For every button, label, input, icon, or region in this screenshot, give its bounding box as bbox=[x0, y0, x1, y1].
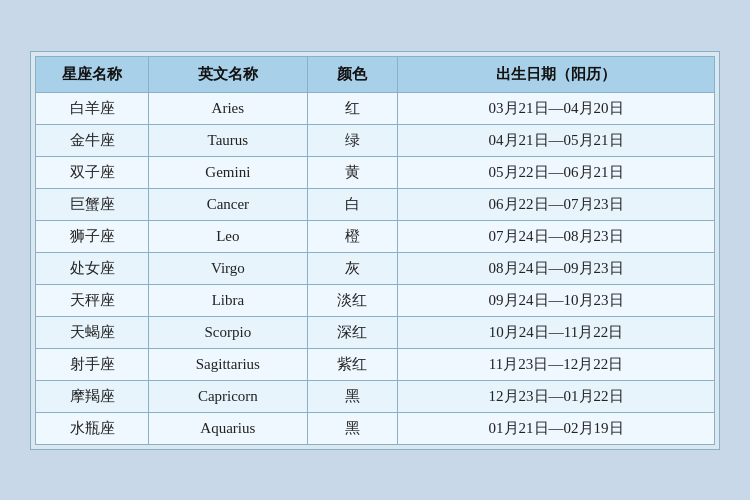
cell-english-name: Scorpio bbox=[149, 316, 307, 348]
cell-color: 紫红 bbox=[307, 348, 398, 380]
table-row: 天秤座Libra淡红09月24日—10月23日 bbox=[36, 284, 715, 316]
cell-english-name: Virgo bbox=[149, 252, 307, 284]
cell-english-name: Libra bbox=[149, 284, 307, 316]
header-chinese-name: 星座名称 bbox=[36, 56, 149, 92]
cell-chinese-name: 天秤座 bbox=[36, 284, 149, 316]
table-row: 巨蟹座Cancer白06月22日—07月23日 bbox=[36, 188, 715, 220]
cell-english-name: Aquarius bbox=[149, 412, 307, 444]
cell-date: 06月22日—07月23日 bbox=[398, 188, 715, 220]
table-row: 狮子座Leo橙07月24日—08月23日 bbox=[36, 220, 715, 252]
cell-color: 红 bbox=[307, 92, 398, 124]
cell-date: 07月24日—08月23日 bbox=[398, 220, 715, 252]
cell-date: 09月24日—10月23日 bbox=[398, 284, 715, 316]
table-header-row: 星座名称 英文名称 颜色 出生日期（阳历） bbox=[36, 56, 715, 92]
cell-english-name: Capricorn bbox=[149, 380, 307, 412]
cell-date: 10月24日—11月22日 bbox=[398, 316, 715, 348]
cell-color: 黑 bbox=[307, 380, 398, 412]
cell-color: 灰 bbox=[307, 252, 398, 284]
cell-color: 黄 bbox=[307, 156, 398, 188]
cell-chinese-name: 白羊座 bbox=[36, 92, 149, 124]
cell-color: 淡红 bbox=[307, 284, 398, 316]
cell-color: 橙 bbox=[307, 220, 398, 252]
table-row: 双子座Gemini黄05月22日—06月21日 bbox=[36, 156, 715, 188]
cell-english-name: Sagittarius bbox=[149, 348, 307, 380]
table-body: 白羊座Aries红03月21日—04月20日金牛座Taurus绿04月21日—0… bbox=[36, 92, 715, 444]
zodiac-table: 星座名称 英文名称 颜色 出生日期（阳历） 白羊座Aries红03月21日—04… bbox=[35, 56, 715, 445]
cell-chinese-name: 射手座 bbox=[36, 348, 149, 380]
cell-english-name: Gemini bbox=[149, 156, 307, 188]
cell-color: 绿 bbox=[307, 124, 398, 156]
table-row: 射手座Sagittarius紫红11月23日—12月22日 bbox=[36, 348, 715, 380]
cell-chinese-name: 巨蟹座 bbox=[36, 188, 149, 220]
header-english-name: 英文名称 bbox=[149, 56, 307, 92]
cell-english-name: Leo bbox=[149, 220, 307, 252]
table-row: 白羊座Aries红03月21日—04月20日 bbox=[36, 92, 715, 124]
table-row: 摩羯座Capricorn黑12月23日—01月22日 bbox=[36, 380, 715, 412]
table-row: 天蝎座Scorpio深红10月24日—11月22日 bbox=[36, 316, 715, 348]
cell-date: 03月21日—04月20日 bbox=[398, 92, 715, 124]
cell-chinese-name: 狮子座 bbox=[36, 220, 149, 252]
cell-date: 12月23日—01月22日 bbox=[398, 380, 715, 412]
cell-color: 白 bbox=[307, 188, 398, 220]
table-row: 水瓶座Aquarius黑01月21日—02月19日 bbox=[36, 412, 715, 444]
cell-date: 08月24日—09月23日 bbox=[398, 252, 715, 284]
cell-chinese-name: 天蝎座 bbox=[36, 316, 149, 348]
cell-english-name: Aries bbox=[149, 92, 307, 124]
cell-english-name: Cancer bbox=[149, 188, 307, 220]
cell-date: 01月21日—02月19日 bbox=[398, 412, 715, 444]
cell-date: 05月22日—06月21日 bbox=[398, 156, 715, 188]
cell-english-name: Taurus bbox=[149, 124, 307, 156]
zodiac-table-container: 星座名称 英文名称 颜色 出生日期（阳历） 白羊座Aries红03月21日—04… bbox=[30, 51, 720, 450]
cell-date: 04月21日—05月21日 bbox=[398, 124, 715, 156]
cell-color: 深红 bbox=[307, 316, 398, 348]
header-date: 出生日期（阳历） bbox=[398, 56, 715, 92]
table-row: 处女座Virgo灰08月24日—09月23日 bbox=[36, 252, 715, 284]
cell-chinese-name: 摩羯座 bbox=[36, 380, 149, 412]
cell-chinese-name: 双子座 bbox=[36, 156, 149, 188]
table-row: 金牛座Taurus绿04月21日—05月21日 bbox=[36, 124, 715, 156]
cell-color: 黑 bbox=[307, 412, 398, 444]
cell-chinese-name: 水瓶座 bbox=[36, 412, 149, 444]
cell-chinese-name: 处女座 bbox=[36, 252, 149, 284]
cell-date: 11月23日—12月22日 bbox=[398, 348, 715, 380]
header-color: 颜色 bbox=[307, 56, 398, 92]
cell-chinese-name: 金牛座 bbox=[36, 124, 149, 156]
